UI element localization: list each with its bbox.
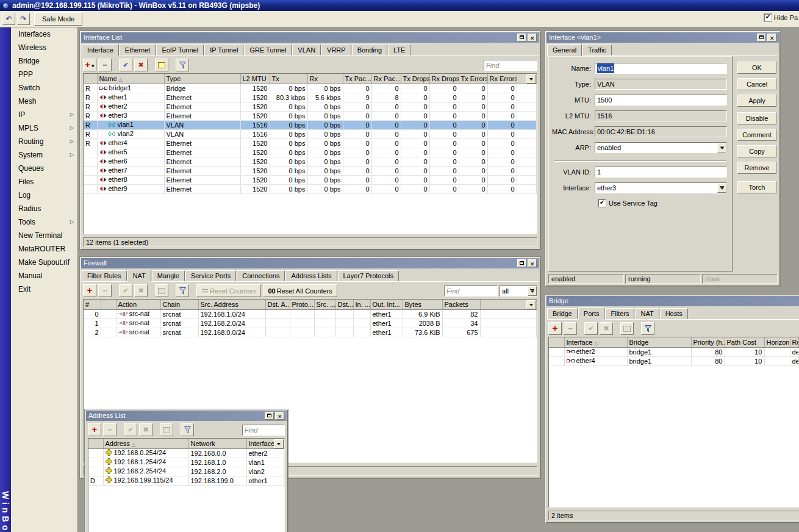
ok-button[interactable]: OK	[737, 62, 776, 74]
chevron-down-icon[interactable]	[528, 286, 537, 296]
column-header-proto[interactable]: Proto...	[290, 300, 314, 309]
comment-button[interactable]: Comment	[737, 129, 776, 141]
sidebar-item-system[interactable]: System	[11, 148, 77, 162]
find-input[interactable]	[484, 60, 537, 71]
disable-button[interactable]	[134, 59, 148, 71]
find-input[interactable]	[444, 286, 498, 297]
column-header-rx-pac[interactable]: Rx Pac...	[371, 74, 401, 84]
tab-filter-rules[interactable]: Filter Rules	[82, 270, 127, 281]
filter-button[interactable]	[176, 59, 189, 71]
tab-filters[interactable]: Filters	[605, 308, 634, 319]
remove-button[interactable]	[564, 322, 577, 335]
table-row[interactable]: ether8Ethernet15200 bps0 bps000000	[84, 175, 537, 184]
disable-button[interactable]	[134, 284, 148, 297]
reset-counters-button[interactable]: Reset Counters	[196, 284, 261, 297]
column-header-blank[interactable]	[84, 74, 97, 84]
remove-button[interactable]: Remove	[737, 162, 776, 174]
tab-bridge[interactable]: Bridge	[547, 308, 578, 319]
column-header-bridge[interactable]: Bridge	[627, 337, 691, 347]
maximize-button[interactable]	[517, 34, 526, 41]
column-header-address[interactable]: Address△	[103, 439, 188, 448]
enable-button[interactable]	[124, 423, 137, 436]
tab-eoip-tunnel[interactable]: EoIP Tunnel	[156, 45, 204, 56]
add-button[interactable]	[83, 284, 96, 297]
chain-filter-dropdown[interactable]: all	[500, 286, 537, 297]
tab-nat[interactable]: NAT	[127, 270, 151, 282]
tab-service-ports[interactable]: Service Ports	[185, 270, 236, 281]
close-button[interactable]	[275, 412, 284, 420]
table-row[interactable]: Rvlan1VLAN15160 bps0 bps000000	[84, 120, 537, 129]
sidebar-item-routing[interactable]: Routing	[11, 135, 77, 148]
column-header-name[interactable]: Name△	[97, 74, 164, 84]
sidebar-item-log[interactable]: Log	[11, 189, 77, 202]
sidebar-item-ppp[interactable]: PPP	[11, 68, 77, 81]
tab-gre-tunnel[interactable]: GRE Tunnel	[244, 45, 292, 56]
column-header-in[interactable]: In. ...	[353, 300, 370, 309]
apply-button[interactable]: Apply	[737, 95, 776, 107]
tab-vrrp[interactable]: VRRP	[321, 45, 351, 56]
add-button[interactable]	[88, 423, 101, 436]
tab-nat[interactable]: NAT	[635, 308, 659, 319]
use-service-tag-checkbox[interactable]	[598, 200, 606, 207]
column-header-priority-h[interactable]: Priority (h...	[691, 337, 725, 347]
copy-button[interactable]: Copy	[737, 145, 776, 157]
sidebar-item-switch[interactable]: Switch	[11, 81, 77, 95]
table-row[interactable]: D192.168.199.115/24192.168.199.0ether1	[88, 476, 284, 485]
close-button[interactable]	[528, 259, 537, 267]
sidebar-item-files[interactable]: Files	[11, 175, 77, 189]
sidebar-item-ip[interactable]: IP	[11, 108, 77, 121]
comment-button[interactable]	[155, 59, 168, 71]
find-input[interactable]	[242, 425, 285, 436]
close-button[interactable]	[528, 34, 537, 41]
interface-list-titlebar[interactable]: Interface List	[81, 32, 539, 43]
table-row[interactable]: Rbridge1Bridge15200 bps0 bps000000	[84, 84, 537, 93]
table-row[interactable]: Rether4Ethernet15200 bps0 bps000000	[84, 138, 537, 148]
disable-button[interactable]	[139, 423, 152, 436]
table-row[interactable]: ether5Ethernet15200 bps0 bps000000	[84, 148, 537, 157]
tab-general[interactable]: General	[547, 44, 582, 56]
maximize-button[interactable]	[265, 412, 274, 420]
column-selector-button[interactable]	[274, 439, 284, 448]
name-field[interactable]: vlan1	[595, 63, 727, 74]
table-row[interactable]: Rether2Ethernet15200 bps0 bps000000	[84, 102, 537, 111]
undo-button[interactable]	[2, 13, 15, 25]
table-row[interactable]: ether9Ethernet15200 bps0 bps000000	[84, 184, 537, 193]
table-row[interactable]: 1src-natsrcnat192.168.2.0/24ether12038 B…	[84, 318, 537, 328]
remove-button[interactable]	[103, 423, 116, 436]
tab-ip-tunnel[interactable]: IP Tunnel	[204, 45, 243, 56]
column-header-type[interactable]: Type	[164, 74, 240, 84]
sidebar-item-new-terminal[interactable]: New Terminal	[11, 229, 77, 242]
chevron-down-icon[interactable]	[717, 143, 726, 153]
sidebar-item-wireless[interactable]: Wireless	[11, 41, 77, 54]
mtu-field[interactable]: 1500	[595, 95, 727, 106]
column-header-blank[interactable]	[88, 439, 103, 448]
column-header-[interactable]: #	[84, 300, 101, 309]
table-row[interactable]: 2src-natsrcnat192.168.0.0/24ether173.6 K…	[84, 328, 537, 337]
column-header-tx-drops[interactable]: Tx Drops	[401, 74, 429, 84]
tab-lte[interactable]: LTE	[388, 45, 410, 56]
enable-button[interactable]	[119, 284, 132, 297]
filter-button[interactable]	[181, 423, 194, 436]
sidebar-item-bridge[interactable]: Bridge	[11, 54, 77, 68]
column-header-interface[interactable]: Interface△	[564, 337, 627, 347]
tab-traffic[interactable]: Traffic	[582, 45, 612, 56]
safe-mode-button[interactable]: Safe Mode	[34, 12, 82, 26]
table-row[interactable]: 192.168.0.254/24192.168.0.0ether2	[88, 448, 284, 458]
disable-button[interactable]	[600, 322, 613, 335]
tab-mangle[interactable]: Mangle	[152, 270, 185, 281]
remove-button[interactable]	[98, 284, 112, 297]
column-header-dst-a[interactable]: Dst. A...	[265, 300, 290, 309]
sidebar-item-queues[interactable]: Queues	[11, 162, 77, 175]
column-header-blank[interactable]	[101, 300, 116, 309]
tab-address-lists[interactable]: Address Lists	[285, 270, 337, 281]
arp-dropdown[interactable]: enabled	[595, 142, 727, 153]
address-list-titlebar[interactable]: Address List	[86, 411, 287, 421]
comment-button[interactable]	[160, 423, 173, 436]
firewall-titlebar[interactable]: Firewall	[81, 258, 539, 268]
column-header-rx[interactable]: Rx	[307, 74, 343, 84]
add-button[interactable]	[83, 59, 96, 71]
close-button[interactable]	[767, 34, 776, 41]
table-row[interactable]: ether4bridge18010desi	[549, 356, 799, 365]
column-header-tx[interactable]: Tx	[270, 74, 307, 84]
column-header-tx-pac[interactable]: Tx Pac...	[343, 74, 371, 84]
